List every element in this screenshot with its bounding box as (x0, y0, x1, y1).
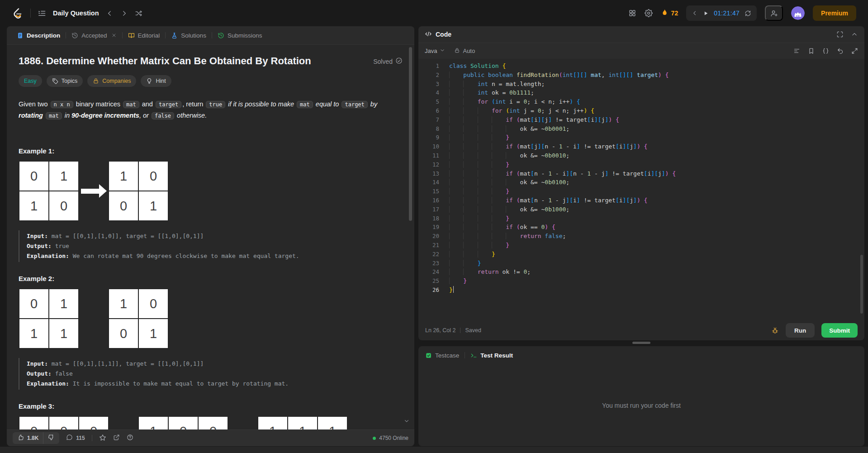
example-figure: 01101001 (19, 161, 403, 221)
editor-scrollbar[interactable] (860, 255, 863, 314)
console-tabs: TestcaseTest Result (418, 346, 864, 364)
problem-list-icon[interactable] (38, 9, 46, 18)
chevron-up-icon[interactable] (851, 31, 858, 38)
premium-button[interactable]: Premium (813, 5, 856, 21)
bookmark-icon[interactable] (808, 48, 815, 54)
language-selector[interactable]: Java (425, 48, 445, 54)
example-io-explanation: Explanation: We can rotate mat 90 degree… (27, 251, 403, 261)
code-line: 19 if (ok == 0) { (418, 223, 864, 232)
refresh-icon[interactable] (745, 10, 751, 17)
tab-description[interactable]: Description (12, 32, 65, 39)
run-button[interactable]: Run (786, 323, 815, 338)
line-number: 24 (418, 267, 449, 277)
badge-companies[interactable]: Companies (87, 75, 136, 87)
code-line: 8 ok &= ~0b0001; (418, 124, 864, 134)
code-header-icons (836, 31, 858, 38)
tab-label: Accepted (81, 32, 107, 39)
like-button[interactable]: 1.8K (13, 432, 43, 444)
example-io-output: Output: true (27, 241, 403, 251)
daily-question-label[interactable]: Daily Question (53, 10, 99, 17)
example-io: Input: mat = [[0,1],[1,1]], target = [[1… (19, 358, 403, 390)
tab-testcase[interactable]: Testcase (425, 352, 464, 359)
shuffle-icon[interactable] (135, 10, 142, 17)
description-panel: DescriptionAcceptedEditorialSolutionsSub… (7, 26, 414, 446)
next-problem-button[interactable] (120, 10, 128, 17)
close-icon[interactable] (111, 33, 117, 38)
share-button[interactable] (113, 434, 120, 442)
code-line: 4 int ok = 0b1111; (418, 88, 864, 97)
line-number: 3 (418, 80, 449, 89)
format-icon[interactable] (793, 48, 800, 54)
code-icon (425, 30, 432, 39)
fullscreen-icon[interactable] (836, 31, 844, 38)
example-io-explanation: Explanation: It is impossible to make ma… (27, 379, 403, 389)
code-editor[interactable]: 1class Solution {2 public boolean findRo… (418, 59, 864, 320)
tab-editorial[interactable]: Editorial (123, 32, 165, 39)
gear-icon[interactable] (645, 9, 653, 17)
submit-button[interactable]: Submit (821, 323, 858, 338)
line-number: 14 (418, 178, 449, 187)
dislike-button[interactable] (43, 432, 59, 444)
panel-resize-handle[interactable] (632, 342, 650, 344)
top-navbar: Daily Question 72 01:21:47 (0, 0, 868, 26)
tab-divider (66, 32, 66, 38)
matrix-cell: 1 (19, 191, 49, 221)
page-title: 1886. Determine Whether Matrix Can Be Ob… (19, 55, 311, 67)
check-circle-icon (395, 57, 403, 66)
expand-icon[interactable] (851, 48, 858, 54)
braces-icon[interactable] (822, 48, 829, 54)
code-line: 10 if (mat[j][n - 1 - i] != target[i][j]… (418, 142, 864, 151)
comments-button[interactable]: 115 (66, 434, 85, 442)
check-square-icon (425, 352, 432, 359)
feedback-button[interactable] (127, 434, 133, 442)
line-number: 5 (418, 97, 449, 106)
layout-grid-icon[interactable] (628, 9, 636, 17)
line-number: 4 (418, 88, 449, 97)
tab-submissions[interactable]: Submissions (213, 32, 267, 39)
description-scrollbar[interactable] (409, 47, 412, 221)
tab-test-result[interactable]: Test Result (466, 352, 517, 359)
undo-icon[interactable] (837, 48, 844, 54)
matrix-cell: 1 (258, 417, 288, 429)
solved-label: Solved (373, 58, 393, 65)
line-number: 13 (418, 169, 449, 178)
favorite-button[interactable] (99, 434, 106, 443)
leetcode-logo[interactable] (12, 7, 24, 19)
badge-topics[interactable]: Topics (47, 75, 83, 87)
code-line: 14 ok &= ~0b0100; (418, 178, 864, 187)
badge-label: Topics (62, 78, 77, 84)
saved-status: Saved (465, 327, 481, 334)
code-line: 21 } (418, 241, 864, 250)
avatar[interactable] (791, 6, 805, 20)
matrix-cell: 1 (109, 162, 139, 191)
bug-icon[interactable] (771, 327, 779, 334)
line-number: 26 (418, 286, 449, 295)
matrix-figure: 0110 (19, 161, 79, 221)
streak-counter[interactable]: 72 (661, 9, 678, 18)
example-label: Example 1: (19, 147, 403, 155)
prev-problem-button[interactable] (106, 10, 114, 17)
code-line: 12 } (418, 160, 864, 169)
timer-collapse-button[interactable] (692, 10, 698, 16)
code-line: 26} (418, 286, 864, 295)
tab-solutions[interactable]: Solutions (166, 32, 211, 39)
thumbs-up-icon (17, 434, 24, 442)
auto-toggle[interactable]: Auto (454, 48, 475, 55)
badge-label: Companies (102, 78, 131, 84)
line-number: 11 (418, 151, 449, 160)
timer-widget: 01:21:47 (686, 5, 757, 21)
badge-hint[interactable]: Hint (141, 75, 171, 87)
examples-section: Example 1:01101001Input: mat = [[0,1],[1… (19, 147, 403, 429)
example-figure: 01111001 (19, 288, 403, 349)
inline-code: mat (123, 101, 139, 108)
tab-accepted[interactable]: Accepted (67, 32, 121, 39)
add-user-icon[interactable] (765, 5, 783, 21)
problem-description: Given two n x n binary matrices mat and … (19, 99, 403, 121)
play-icon[interactable] (703, 10, 709, 16)
line-number: 21 (418, 241, 449, 250)
matrix-cell: 0 (109, 319, 139, 349)
line-number: 17 (418, 205, 449, 214)
line-number: 18 (418, 214, 449, 223)
badge-easy[interactable]: Easy (19, 75, 42, 87)
thumbs-down-icon (48, 434, 55, 442)
